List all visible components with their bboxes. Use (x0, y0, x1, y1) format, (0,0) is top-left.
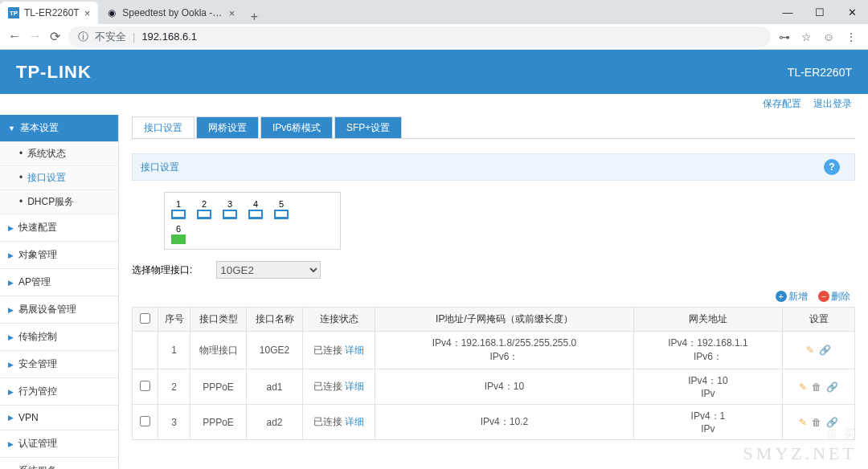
sidebar: ▼基本设置系统状态接口设置DHCP服务▶快速配置▶对象管理▶AP管理▶易展设备管… (0, 115, 119, 469)
url-text: 192.168.6.1 (141, 31, 197, 43)
inner-tab[interactable]: IPv6桥模式 (260, 116, 333, 138)
key-icon[interactable]: ⊶ (779, 31, 790, 43)
profile-icon[interactable]: ☺ (823, 31, 834, 43)
table-actions: +新增 −删除 (132, 287, 855, 307)
inner-tabs: 接口设置网桥设置IPv6桥模式SFP+设置 (132, 116, 855, 139)
menu-icon[interactable]: ⋮ (845, 31, 857, 43)
forward-button[interactable]: → (29, 29, 42, 44)
tab-title: TL-ER2260T (24, 7, 80, 18)
model-label: TL-ER2260T (788, 66, 852, 79)
col-header: 连接状态 (303, 308, 375, 332)
sidebar-item[interactable]: ▼基本设置 (0, 115, 118, 142)
col-header: 设置 (783, 308, 855, 332)
logout-link[interactable]: 退出登录 (813, 98, 852, 109)
col-header: 接口名称 (247, 308, 303, 332)
interface-select[interactable]: 10GE2 (216, 261, 321, 279)
inner-tab[interactable]: SFP+设置 (334, 116, 402, 138)
sidebar-subitem[interactable]: DHCP服务 (0, 190, 118, 214)
col-header: IP地址/子网掩码（或前缀长度） (375, 308, 634, 332)
select-all-checkbox[interactable] (140, 313, 150, 324)
sidebar-item[interactable]: ▶VPN (0, 406, 118, 430)
row-checkbox[interactable] (140, 381, 150, 391)
port-5[interactable]: 5 (274, 199, 289, 219)
info-icon[interactable]: ⓘ (78, 30, 88, 44)
edit-icon[interactable]: ✎ (799, 381, 807, 393)
port-1[interactable]: 1 (171, 199, 186, 219)
tab-speedtest[interactable]: ◉ Speedtest by Ookla - The Glo… × (98, 2, 243, 24)
add-button[interactable]: +新增 (776, 291, 808, 302)
reload-button[interactable]: ⟳ (50, 29, 60, 44)
edit-icon[interactable]: ✎ (806, 345, 814, 356)
header-links: 保存配置 退出登录 (0, 94, 868, 115)
brand-logo: TP-LINK (16, 62, 92, 83)
sidebar-subitem[interactable]: 接口设置 (0, 166, 118, 190)
section-title: 接口设置 (141, 161, 179, 174)
maximize-button[interactable]: ☐ (804, 0, 836, 24)
inner-tab[interactable]: 网桥设置 (196, 116, 259, 138)
detail-link[interactable]: 详细 (345, 416, 364, 427)
router-header: TP-LINK TL-ER2260T (0, 50, 868, 94)
browser-tabs: TP TL-ER2260T × ◉ Speedtest by Ookla - T… (0, 0, 868, 24)
sidebar-item[interactable]: ▶认证管理 (0, 430, 118, 458)
sidebar-subitem[interactable]: 系统状态 (0, 142, 118, 166)
col-header (133, 308, 158, 332)
close-icon[interactable]: × (229, 7, 235, 19)
watermark: 值 买 (826, 427, 857, 442)
url-field[interactable]: ⓘ 不安全 | 192.168.6.1 (68, 27, 771, 47)
minimize-button[interactable]: — (772, 0, 804, 24)
detail-link[interactable]: 详细 (345, 381, 364, 392)
tab-router[interactable]: TP TL-ER2260T × (0, 2, 98, 24)
sidebar-item[interactable]: ▶对象管理 (0, 242, 118, 269)
tab-favicon: ◉ (106, 7, 117, 18)
sidebar-item[interactable]: ▶安全管理 (0, 351, 118, 378)
detail-link[interactable]: 详细 (345, 345, 364, 356)
content: 接口设置网桥设置IPv6桥模式SFP+设置 接口设置 ? 12345 6 选择物… (119, 115, 868, 469)
sidebar-item[interactable]: ▶行为管控 (0, 378, 118, 406)
port-2[interactable]: 2 (197, 199, 211, 219)
table-row: 2PPPoEad1已连接 详细IPv4：10IPv4：10 IPv✎🗑🔗 (133, 369, 855, 405)
port-3[interactable]: 3 (223, 199, 237, 219)
row-checkbox[interactable] (140, 416, 150, 426)
selector-label: 选择物理接口: (132, 263, 192, 277)
sidebar-item[interactable]: ▶易展设备管理 (0, 296, 118, 324)
back-button[interactable]: ← (8, 29, 21, 44)
port-4[interactable]: 4 (248, 199, 263, 219)
trash-icon[interactable]: 🗑 (812, 381, 821, 393)
address-bar: ← → ⟳ ⓘ 不安全 | 192.168.6.1 ⊶ ☆ ☺ ⋮ (0, 24, 868, 50)
port-diagram: 12345 6 (164, 192, 341, 250)
link-icon[interactable]: 🔗 (819, 345, 831, 356)
sidebar-item[interactable]: ▶快速配置 (0, 214, 118, 242)
section-bar: 接口设置 ? (132, 153, 855, 181)
sidebar-item[interactable]: ▶传输控制 (0, 324, 118, 351)
sidebar-item[interactable]: ▶系统服务 (0, 458, 118, 469)
close-window-button[interactable]: ✕ (836, 0, 868, 24)
security-label: 不安全 (95, 30, 126, 44)
table-row: 3PPPoEad2已连接 详细IPv4：10.2IPv4：1 IPv✎🗑🔗 (133, 405, 855, 440)
link-icon[interactable]: 🔗 (826, 381, 838, 393)
save-config-link[interactable]: 保存配置 (763, 98, 801, 109)
col-header: 序号 (158, 308, 190, 332)
sidebar-item[interactable]: ▶AP管理 (0, 269, 118, 296)
tab-favicon: TP (8, 7, 19, 18)
new-tab-button[interactable]: + (243, 10, 265, 24)
port-6[interactable]: 6 (171, 224, 186, 244)
delete-button[interactable]: −删除 (818, 291, 850, 302)
trash-icon[interactable]: 🗑 (812, 417, 821, 428)
col-header: 接口类型 (190, 308, 247, 332)
interface-table: 序号接口类型接口名称连接状态IP地址/子网掩码（或前缀长度）网关地址设置 1物理… (132, 307, 855, 440)
help-icon[interactable]: ? (824, 159, 840, 175)
col-header: 网关地址 (633, 308, 782, 332)
table-row: 1物理接口10GE2已连接 详细IPv4：192.168.1.8/255.255… (133, 332, 855, 369)
close-icon[interactable]: × (84, 7, 91, 19)
tab-title: Speedtest by Ookla - The Glo… (122, 7, 223, 18)
edit-icon[interactable]: ✎ (799, 417, 807, 428)
inner-tab[interactable]: 接口设置 (132, 116, 194, 138)
link-icon[interactable]: 🔗 (826, 417, 838, 428)
star-icon[interactable]: ☆ (801, 31, 812, 43)
